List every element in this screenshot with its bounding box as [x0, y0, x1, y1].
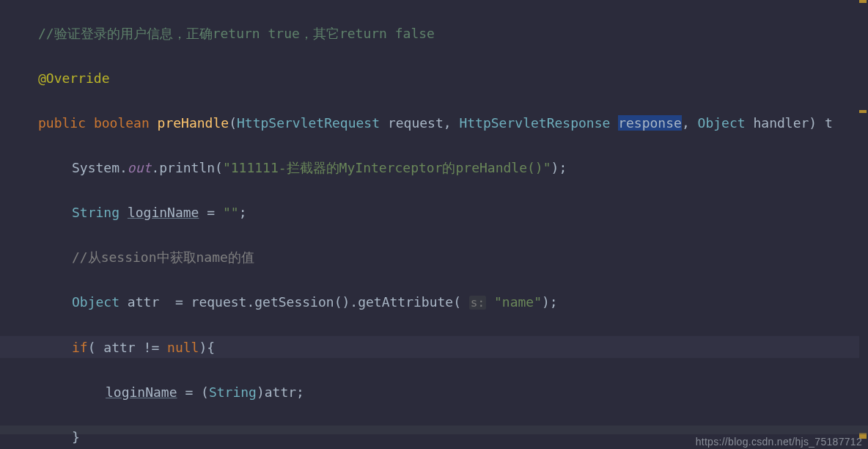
variable: loginName — [128, 205, 199, 220]
comment: //从session中获取name的值 — [72, 249, 254, 265]
selected-text: response — [618, 115, 682, 131]
type: Object — [72, 294, 119, 310]
string: "111111-拦截器的MyInterceptor的preHandle()" — [223, 160, 551, 175]
code-editor[interactable]: //验证登录的用户信息，正确return true，其它return false… — [0, 0, 868, 449]
text: ( attr != — [88, 340, 167, 355]
text: , — [444, 115, 460, 131]
code-line[interactable]: System.out.println("111111-拦截器的MyInterce… — [0, 157, 868, 180]
keyword: if — [72, 340, 88, 355]
text: ) t — [809, 115, 833, 131]
param: handler — [753, 115, 809, 131]
warning-marker[interactable] — [859, 0, 867, 3]
keyword: public — [38, 115, 86, 131]
code-line[interactable]: } — [0, 426, 868, 449]
text: .println( — [151, 160, 223, 175]
method-name: preHandle — [158, 115, 229, 131]
text: attr = request.getSession().getAttribute… — [119, 294, 469, 310]
param-hint: s: — [469, 296, 486, 310]
text: = ( — [177, 384, 209, 400]
type: HttpServletRequest — [237, 115, 380, 131]
type: String — [209, 384, 257, 400]
annotation: @Override — [38, 70, 110, 86]
code-line[interactable]: Object attr = request.getSession().getAt… — [0, 291, 868, 315]
code-line[interactable]: //验证登录的用户信息，正确return true，其它return false — [0, 23, 868, 45]
text: ); — [542, 294, 558, 310]
string: "" — [223, 205, 239, 220]
type: HttpServletResponse — [459, 115, 610, 131]
field: out — [128, 160, 152, 175]
text: )attr; — [257, 384, 304, 400]
text: ){ — [199, 340, 215, 355]
code-line[interactable]: //从session中获取name的值 — [0, 247, 868, 269]
code-line[interactable]: String loginName = ""; — [0, 202, 868, 224]
code-line[interactable]: @Override — [0, 67, 868, 90]
keyword: null — [167, 340, 199, 355]
comment: //验证登录的用户信息，正确return true，其它return false — [38, 26, 435, 41]
type: String — [72, 205, 119, 220]
text: = — [199, 205, 223, 220]
param: request — [388, 115, 444, 131]
code-line[interactable]: if( attr != null){ — [0, 337, 868, 359]
variable: loginName — [106, 384, 177, 400]
text: } — [72, 429, 80, 445]
text: ); — [551, 160, 567, 175]
text — [486, 294, 494, 310]
string: "name" — [494, 294, 542, 310]
text: System. — [72, 160, 128, 175]
code-line[interactable]: loginName = (String)attr; — [0, 382, 868, 404]
code-area[interactable]: //验证登录的用户信息，正确return true，其它return false… — [0, 0, 868, 449]
keyword: boolean — [94, 115, 150, 131]
type: Object — [698, 115, 746, 131]
text: ; — [239, 205, 247, 220]
code-line[interactable]: public boolean preHandle(HttpServletRequ… — [0, 112, 868, 135]
